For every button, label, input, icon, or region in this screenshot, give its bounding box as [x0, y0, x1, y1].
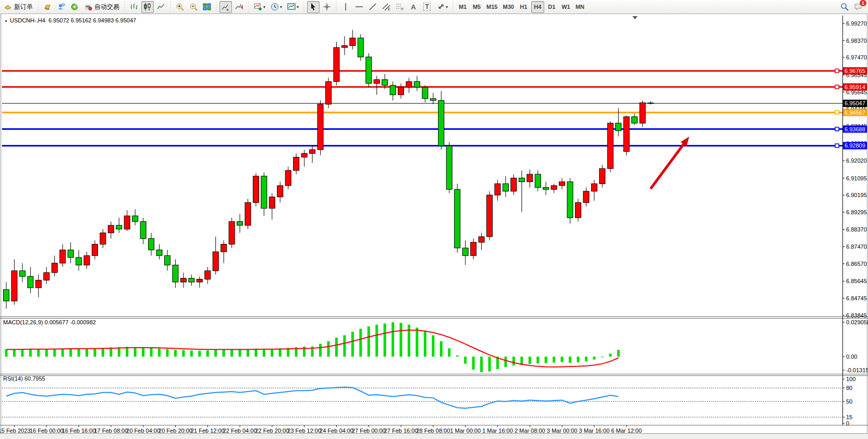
chart-shift-button[interactable]: [233, 1, 246, 13]
gold-ingot-button[interactable]: [41, 1, 54, 13]
macd-histogram-bar: [488, 357, 491, 371]
macd-histogram-bar: [553, 357, 555, 362]
signals-button[interactable]: [68, 1, 81, 13]
zoom-in-button[interactable]: [174, 1, 186, 13]
price-line-label: 6.96765: [845, 68, 865, 74]
line-chart-mode-button[interactable]: [155, 1, 167, 13]
trendline-tool-button[interactable]: [366, 1, 379, 13]
line-marker[interactable]: [835, 85, 839, 89]
timeframe-m1-button[interactable]: M1: [456, 1, 469, 13]
template-icon: [287, 3, 296, 11]
indicators-button[interactable]: ▾: [252, 1, 267, 13]
periods-button[interactable]: ▾: [268, 1, 284, 13]
new-order-button[interactable]: 新订单: [2, 1, 35, 13]
fibonacci-tool-button[interactable]: F: [394, 1, 406, 13]
notifications-button[interactable]: 1: [852, 1, 864, 13]
macd-histogram-bar: [126, 347, 128, 357]
chevron-down-icon: ▾: [280, 5, 282, 9]
time-axis-label: 27 Feb 16:00: [384, 428, 418, 434]
candle: [503, 184, 508, 191]
toolbar-separator: [123, 1, 126, 13]
price-tick-label: 6.88370: [846, 226, 867, 233]
candle-chart-mode-button[interactable]: [141, 1, 154, 13]
cursor-icon: [309, 3, 317, 11]
candle: [358, 38, 363, 57]
community-profile-button[interactable]: [55, 1, 67, 13]
crosshair-tool-button[interactable]: [321, 1, 333, 13]
channel-icon: E: [382, 3, 390, 11]
macd-histogram-bar: [601, 357, 604, 357]
zoom-out-button[interactable]: [187, 1, 200, 13]
text-tool-button[interactable]: A: [407, 1, 420, 13]
timeframe-w1-button[interactable]: W1: [559, 1, 572, 13]
candle: [108, 225, 114, 233]
timeframe-m5-button[interactable]: M5: [470, 1, 483, 13]
macd-histogram-bar: [109, 347, 112, 357]
macd-histogram-bar: [85, 349, 88, 357]
timeframe-mn-button[interactable]: MN: [573, 1, 586, 13]
price-tick-label: 6.90195: [846, 192, 867, 198]
price-tick-label: 6.97470: [846, 54, 867, 60]
line-marker[interactable]: [835, 144, 839, 148]
candle: [60, 250, 66, 263]
symbol-dropdown-icon[interactable]: ▼: [4, 19, 8, 23]
candle: [607, 123, 613, 168]
horizontal-line-icon: [355, 3, 363, 11]
auto-scroll-button[interactable]: [219, 1, 232, 13]
timeframe-m15-button[interactable]: M15: [484, 1, 499, 13]
toolbar-separator: [247, 1, 250, 13]
macd-histogram-bar: [617, 350, 620, 357]
chart-canvas[interactable]: 6.992706.983706.974706.965456.956456.947…: [0, 0, 868, 439]
line-marker[interactable]: [835, 111, 839, 114]
bar-chart-mode-button[interactable]: [128, 1, 140, 13]
line-marker[interactable]: [835, 69, 839, 72]
candle: [285, 170, 291, 186]
candle: [511, 178, 517, 191]
candle: [310, 150, 315, 153]
indicators-add-icon: [254, 3, 262, 11]
candle: [44, 273, 50, 281]
templates-button[interactable]: ▾: [285, 1, 301, 13]
auto-trading-button[interactable]: 自动交易: [82, 1, 121, 13]
arrows-tool-button[interactable]: ▾: [434, 1, 450, 13]
line-marker[interactable]: [835, 127, 839, 131]
macd-histogram-bar: [206, 350, 209, 357]
svg-text:E: E: [388, 7, 390, 11]
candle: [382, 80, 388, 86]
timeframe-h4-button[interactable]: H4: [531, 1, 544, 13]
equidistant-channel-tool-button[interactable]: E: [380, 1, 393, 13]
price-tick-label: 6.87470: [846, 243, 867, 250]
zoom-in-icon: [176, 3, 184, 11]
timeframe-d1-button[interactable]: D1: [545, 1, 558, 13]
timeframe-h1-button[interactable]: H1: [517, 1, 530, 13]
candle: [301, 153, 307, 157]
timeframe-m30-button[interactable]: M30: [500, 1, 516, 13]
toolbar-separator: [169, 1, 172, 13]
text-label-tool-button[interactable]: T: [421, 1, 433, 13]
candle: [334, 47, 339, 81]
macd-histogram-bar: [5, 349, 8, 357]
candle: [479, 237, 484, 242]
cursor-tool-button[interactable]: [307, 1, 320, 13]
macd-histogram-bar: [456, 356, 459, 357]
macd-histogram-bar: [424, 331, 426, 357]
search-button[interactable]: [838, 1, 851, 13]
gold-ingot-icon: [43, 3, 52, 11]
macd-histogram-bar: [239, 350, 241, 357]
candle: [430, 99, 436, 101]
notification-badge: 1: [859, 0, 867, 7]
candle: [624, 117, 629, 152]
macd-histogram-bar: [150, 348, 153, 357]
candle: [519, 178, 524, 181]
tile-windows-button[interactable]: [201, 1, 213, 13]
vertical-line-tool-button[interactable]: [339, 1, 352, 13]
candle: [197, 279, 202, 282]
macd-histogram-bar: [78, 348, 80, 357]
price-tick-label: 6.89295: [846, 209, 867, 215]
time-axis-label: 3 Mar 00:00: [547, 428, 578, 434]
candle: [221, 244, 227, 252]
macd-histogram-bar: [415, 327, 418, 357]
horizontal-line-tool-button[interactable]: [353, 1, 365, 13]
price-line-label: 6.95047: [845, 100, 865, 106]
macd-histogram-bar: [271, 349, 273, 357]
